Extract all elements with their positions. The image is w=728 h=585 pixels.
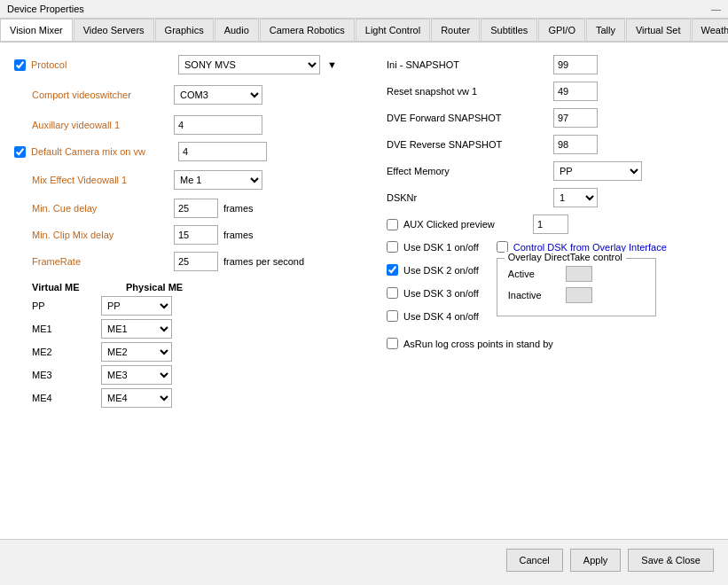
aux-clicked-checkbox[interactable] bbox=[387, 219, 398, 230]
title-bar: Device Properties — bbox=[0, 0, 728, 19]
left-panel: Protocol SONY MVS BlackMagic Ross ▼ Comp… bbox=[14, 55, 351, 411]
dsknr-label: DSKNr bbox=[387, 192, 546, 203]
me-4-label: ME4 bbox=[32, 393, 94, 403]
auxillary-input[interactable] bbox=[174, 115, 262, 135]
framerate-input[interactable] bbox=[174, 252, 218, 271]
tab-video-servers[interactable]: Video Servers bbox=[74, 19, 154, 41]
save-close-button[interactable]: Save & Close bbox=[628, 549, 714, 572]
framerate-label: FrameRate bbox=[32, 256, 174, 267]
min-clip-unit: frames bbox=[223, 230, 254, 240]
content-area: Protocol SONY MVS BlackMagic Ross ▼ Comp… bbox=[0, 43, 728, 539]
tab-subtitles[interactable]: Subtitles bbox=[481, 19, 537, 41]
me-2-select[interactable]: PPME1ME2ME3ME4 bbox=[101, 342, 172, 362]
use-dsk4-label: Use DSK 4 on/off bbox=[403, 311, 479, 322]
inactive-color-box bbox=[566, 287, 592, 303]
comport-label: Comport videoswitcher bbox=[32, 90, 174, 100]
me-pp-label: PP bbox=[32, 300, 94, 311]
tab-weather[interactable]: Weather bbox=[692, 19, 728, 41]
control-dsk-label: Control DSK from Overlay Interface bbox=[513, 242, 667, 253]
comport-select[interactable]: COM3 COM1 COM2 COM4 bbox=[174, 85, 262, 105]
protocol-checkbox[interactable] bbox=[14, 59, 26, 71]
tab-router[interactable]: Router bbox=[431, 19, 480, 41]
tab-audio[interactable]: Audio bbox=[215, 19, 259, 41]
aux-clicked-label: AUX Clicked preview bbox=[403, 219, 528, 230]
default-camera-input[interactable] bbox=[178, 142, 267, 161]
tab-tally[interactable]: Tally bbox=[586, 19, 625, 41]
dsknr-select[interactable]: 1234 bbox=[553, 188, 598, 207]
effect-memory-select[interactable]: PPME1ME2 bbox=[553, 161, 642, 181]
min-clip-input[interactable] bbox=[174, 225, 218, 245]
default-camera-label: Default Camera mix on vw bbox=[31, 146, 173, 157]
physical-me-header: Physical ME bbox=[126, 282, 188, 292]
minimize-button[interactable]: — bbox=[711, 4, 721, 14]
ini-label: Ini - SNAPSHOT bbox=[387, 59, 546, 70]
tab-gpio[interactable]: GPI/O bbox=[538, 19, 585, 41]
inactive-label: Inactive bbox=[508, 290, 557, 300]
me-3-label: ME3 bbox=[32, 370, 94, 380]
default-camera-checkbox[interactable] bbox=[14, 146, 26, 158]
use-dsk1-label: Use DSK 1 on/off bbox=[403, 242, 479, 253]
protocol-label: Protocol bbox=[31, 59, 173, 70]
dve-reverse-input[interactable] bbox=[553, 135, 598, 154]
apply-button[interactable]: Apply bbox=[570, 549, 622, 572]
button-row: Cancel Apply Save & Close bbox=[0, 539, 728, 581]
virtual-me-table: Virtual ME Physical ME PP PPME1ME2ME3ME4… bbox=[32, 282, 369, 408]
use-dsk2-label: Use DSK 2 on/off bbox=[403, 265, 479, 276]
overlay-group: Overlay DirectTake control Active Inacti… bbox=[497, 258, 656, 316]
mix-effect-label: Mix Effect Videowall 1 bbox=[32, 175, 174, 185]
framerate-unit: frames per second bbox=[223, 256, 304, 267]
aux-clicked-input[interactable] bbox=[533, 214, 568, 234]
me-2-label: ME2 bbox=[32, 347, 94, 357]
use-dsk3-label: Use DSK 3 on/off bbox=[403, 288, 479, 299]
use-dsk2-checkbox[interactable] bbox=[387, 264, 398, 276]
asrun-checkbox[interactable] bbox=[387, 338, 398, 349]
use-dsk1-checkbox[interactable] bbox=[387, 241, 398, 253]
tab-graphics[interactable]: Graphics bbox=[155, 19, 214, 41]
dve-forward-input[interactable] bbox=[553, 108, 598, 128]
min-cue-label: Min. Cue delay bbox=[32, 203, 174, 214]
reset-input[interactable] bbox=[553, 82, 598, 101]
use-dsk3-checkbox[interactable] bbox=[387, 287, 398, 299]
dve-forward-label: DVE Forward SNAPSHOT bbox=[387, 113, 546, 123]
dve-reverse-label: DVE Reverse SNAPSHOT bbox=[387, 139, 546, 150]
tab-vision-mixer[interactable]: Vision Mixer bbox=[0, 19, 73, 43]
effect-memory-label: Effect Memory bbox=[387, 166, 546, 176]
use-dsk4-checkbox[interactable] bbox=[387, 310, 398, 322]
active-color-box bbox=[566, 266, 592, 282]
auxillary-label: Auxillary videowall 1 bbox=[32, 120, 174, 130]
min-clip-label: Min. Clip Mix delay bbox=[32, 230, 174, 240]
me-1-select[interactable]: PPME1ME2ME3ME4 bbox=[101, 319, 172, 339]
me-3-select[interactable]: PPME1ME2ME3ME4 bbox=[101, 365, 172, 385]
me-pp-select[interactable]: PPME1ME2ME3ME4 bbox=[101, 296, 172, 316]
min-cue-input[interactable] bbox=[174, 199, 218, 218]
cancel-button[interactable]: Cancel bbox=[506, 549, 563, 572]
overlay-title: Overlay DirectTake control bbox=[505, 252, 626, 262]
min-cue-unit: frames bbox=[223, 203, 254, 214]
right-panel: Ini - SNAPSHOT Reset snapshot vw 1 DVE F… bbox=[387, 55, 714, 411]
me-4-select[interactable]: PPME1ME2ME3ME4 bbox=[101, 388, 172, 408]
tab-bar: Vision Mixer Video Servers Graphics Audi… bbox=[0, 19, 728, 43]
tab-camera-robotics[interactable]: Camera Robotics bbox=[260, 19, 355, 41]
virtual-me-header: Virtual ME bbox=[32, 282, 94, 292]
mix-effect-select[interactable]: Me 1 Me 2 Me 3 bbox=[174, 170, 262, 190]
active-label: Active bbox=[508, 269, 557, 279]
reset-label: Reset snapshot vw 1 bbox=[387, 86, 546, 97]
ini-input[interactable] bbox=[553, 55, 598, 74]
window-title: Device Properties bbox=[7, 4, 84, 14]
asrun-label: AsRun log cross points in stand by bbox=[403, 339, 553, 349]
me-1-label: ME1 bbox=[32, 324, 94, 334]
tab-virtual-set[interactable]: Virtual Set bbox=[626, 19, 691, 41]
tab-light-control[interactable]: Light Control bbox=[356, 19, 430, 41]
protocol-select[interactable]: SONY MVS BlackMagic Ross bbox=[178, 55, 320, 74]
